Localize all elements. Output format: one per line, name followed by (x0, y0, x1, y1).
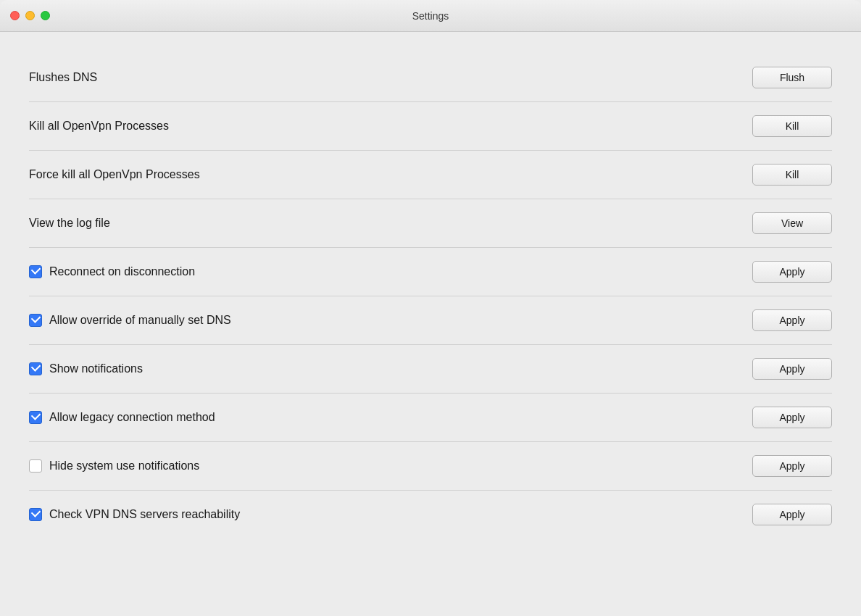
settings-row-show-notifications: Show notificationsApply (29, 345, 832, 393)
row-left-reconnect-disconnection: Reconnect on disconnection (29, 265, 752, 278)
reconnect-apply-button[interactable]: Apply (752, 261, 832, 283)
label-force-kill-openvpn: Force kill all OpenVpn Processes (29, 168, 200, 181)
allow-legacy-apply-button[interactable]: Apply (752, 407, 832, 428)
settings-row-kill-openvpn: Kill all OpenVpn ProcessesKill (29, 102, 832, 150)
checkbox-check-vpn-dns[interactable] (29, 508, 42, 521)
title-bar: Settings (0, 0, 861, 32)
row-left-allow-override-dns: Allow override of manually set DNS (29, 314, 752, 327)
label-show-notifications: Show notifications (49, 362, 143, 375)
show-notifications-apply-button[interactable]: Apply (752, 358, 832, 380)
kill-openvpn-button[interactable]: Kill (752, 115, 832, 137)
row-left-allow-legacy-connection: Allow legacy connection method (29, 411, 752, 424)
label-kill-openvpn: Kill all OpenVpn Processes (29, 120, 169, 133)
row-left-hide-system-notifications: Hide system use notifications (29, 459, 752, 473)
checkbox-reconnect-disconnection[interactable] (29, 265, 42, 278)
settings-row-check-vpn-dns: Check VPN DNS servers reachabilityApply (29, 491, 832, 538)
minimize-button[interactable] (25, 11, 35, 20)
label-allow-override-dns: Allow override of manually set DNS (49, 314, 231, 327)
label-reconnect-disconnection: Reconnect on disconnection (49, 265, 195, 278)
check-vpn-dns-apply-button[interactable]: Apply (752, 504, 832, 525)
view-log-button[interactable]: View (752, 212, 832, 234)
row-left-flush-dns: Flushes DNS (29, 71, 752, 84)
settings-row-force-kill-openvpn: Force kill all OpenVpn ProcessesKill (29, 151, 832, 199)
row-left-check-vpn-dns: Check VPN DNS servers reachability (29, 508, 752, 521)
settings-row-view-log: View the log fileView (29, 199, 832, 247)
row-left-show-notifications: Show notifications (29, 362, 752, 375)
traffic-lights (10, 11, 50, 20)
row-left-view-log: View the log file (29, 217, 752, 230)
allow-override-dns-apply-button[interactable]: Apply (752, 309, 832, 331)
label-allow-legacy-connection: Allow legacy connection method (49, 411, 215, 424)
maximize-button[interactable] (41, 11, 50, 20)
settings-content: Flushes DNSFlushKill all OpenVpn Process… (0, 32, 861, 616)
flush-dns-button[interactable]: Flush (752, 67, 832, 88)
label-view-log: View the log file (29, 217, 110, 230)
checkbox-allow-override-dns[interactable] (29, 314, 42, 327)
checkbox-allow-legacy-connection[interactable] (29, 411, 42, 424)
settings-row-allow-legacy-connection: Allow legacy connection methodApply (29, 394, 832, 441)
window-title: Settings (412, 10, 449, 22)
label-flush-dns: Flushes DNS (29, 71, 97, 84)
force-kill-openvpn-button[interactable]: Kill (752, 164, 832, 186)
settings-row-flush-dns: Flushes DNSFlush (29, 54, 832, 101)
row-left-kill-openvpn: Kill all OpenVpn Processes (29, 120, 752, 133)
label-hide-system-notifications: Hide system use notifications (49, 459, 199, 473)
checkbox-show-notifications[interactable] (29, 362, 42, 375)
settings-row-allow-override-dns: Allow override of manually set DNSApply (29, 296, 832, 344)
checkbox-hide-system-notifications[interactable] (29, 459, 42, 473)
row-left-force-kill-openvpn: Force kill all OpenVpn Processes (29, 168, 752, 181)
settings-row-hide-system-notifications: Hide system use notificationsApply (29, 442, 832, 490)
settings-row-reconnect-disconnection: Reconnect on disconnectionApply (29, 248, 832, 296)
hide-system-notifications-apply-button[interactable]: Apply (752, 455, 832, 477)
label-check-vpn-dns: Check VPN DNS servers reachability (49, 508, 240, 521)
settings-window: Settings Flushes DNSFlushKill all OpenVp… (0, 0, 861, 616)
close-button[interactable] (10, 11, 20, 20)
